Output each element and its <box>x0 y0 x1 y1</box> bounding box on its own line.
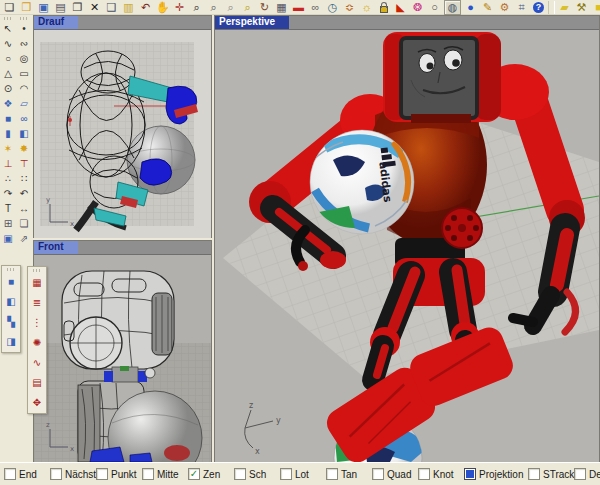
rectangle-icon[interactable]: ▭ <box>17 66 32 81</box>
spheres-boolean-icon[interactable]: ∞ <box>17 111 32 126</box>
snap-checkbox[interactable] <box>4 468 16 480</box>
select-pointer-icon[interactable]: ↖ <box>1 21 16 36</box>
snap-checkbox[interactable] <box>326 468 338 480</box>
lock-icon[interactable] <box>376 1 391 14</box>
box-icon[interactable]: ■ <box>1 111 16 126</box>
merge-box-icon[interactable]: ◨ <box>3 332 19 352</box>
group-icon[interactable]: ⊞ <box>1 216 16 231</box>
viewport-title-perspektive[interactable]: Perspektive <box>215 16 599 30</box>
snap-dea[interactable]: Dea <box>574 468 600 480</box>
snap-checkbox[interactable] <box>142 468 154 480</box>
help-icon[interactable]: ? <box>531 1 546 14</box>
extrude-icon[interactable]: ✶ <box>1 141 16 156</box>
snap-checkbox[interactable] <box>96 468 108 480</box>
snap-projektion[interactable]: Projektion <box>464 468 528 480</box>
polygon-icon[interactable]: △ <box>1 66 16 81</box>
points-small-icon[interactable]: ∷ <box>17 171 32 186</box>
delete-icon[interactable]: ✕ <box>87 1 102 14</box>
dimension-icon[interactable]: ↔ <box>17 201 32 216</box>
cplane-icon[interactable]: ⌗ <box>514 1 529 14</box>
snap-strack[interactable]: STrack <box>528 468 574 480</box>
zoom-selected-icon[interactable]: ⌕ <box>240 1 255 14</box>
boolean-difference-icon[interactable]: ◧ <box>17 126 32 141</box>
rotate-view-icon[interactable]: ↻ <box>257 1 272 14</box>
surface-plane-icon[interactable]: ▱ <box>17 96 32 111</box>
circle-diameter-icon[interactable]: ◎ <box>17 51 32 66</box>
circle-icon[interactable]: ○ <box>1 51 16 66</box>
snap-checkbox[interactable] <box>372 468 384 480</box>
array-rect-icon[interactable]: ▦ <box>29 273 45 293</box>
snap-punkt[interactable]: Punkt <box>96 468 142 480</box>
named-view-icon[interactable]: ≎ <box>342 1 357 14</box>
split-box-icon[interactable]: ◧ <box>3 292 19 312</box>
solid-box-icon[interactable]: ■ <box>3 272 19 292</box>
text-icon[interactable]: T <box>1 201 16 216</box>
zoom-window-icon[interactable]: ⌕ <box>206 1 221 14</box>
sphere-wireframe-icon[interactable]: ◍ <box>444 0 461 15</box>
snap-lot[interactable]: Lot <box>280 468 326 480</box>
pen-icon[interactable]: ✎ <box>480 1 495 14</box>
snap-knot[interactable]: Knot <box>418 468 464 480</box>
save-icon[interactable]: ▣ <box>36 1 51 14</box>
snap-checkbox[interactable] <box>574 468 586 480</box>
surface-patch-icon[interactable]: ❖ <box>1 96 16 111</box>
sphere-shaded-icon[interactable]: ● <box>463 1 478 14</box>
front-canvas[interactable]: z x <box>34 255 211 462</box>
move-icon[interactable]: ✛ <box>172 1 187 14</box>
gear-icon[interactable]: ⚙ <box>497 1 512 14</box>
duplicate-icon[interactable]: ❏ <box>17 216 32 231</box>
arc-icon[interactable]: ◠ <box>17 81 32 96</box>
paste-icon[interactable]: ▥ <box>121 1 136 14</box>
print-icon[interactable]: ▤ <box>53 1 68 14</box>
array-linear-icon[interactable]: ≣ <box>29 293 45 313</box>
snap-checkbox[interactable] <box>528 468 540 480</box>
pan-hand-icon[interactable]: ✋ <box>155 1 170 14</box>
snap-checkbox[interactable] <box>188 468 200 480</box>
snap-quad[interactable]: Quad <box>372 468 418 480</box>
curve-blend-icon[interactable]: ↷ <box>1 186 16 201</box>
snap-checkbox[interactable] <box>464 468 476 480</box>
perspektive-canvas[interactable]: adidas <box>215 30 599 462</box>
curve-control-icon[interactable]: ∾ <box>17 36 32 51</box>
snap-checkbox[interactable] <box>418 468 430 480</box>
detach-box-icon[interactable]: ▚ <box>3 312 19 332</box>
box-solid-icon[interactable]: ■ <box>591 1 600 14</box>
ellipse-icon[interactable]: ⊙ <box>1 81 16 96</box>
snap-checkbox[interactable] <box>280 468 292 480</box>
array-polar-icon[interactable]: ✺ <box>29 333 45 353</box>
array-3d-icon[interactable]: ✥ <box>29 393 45 413</box>
color-wheel-icon[interactable]: ❂ <box>410 1 425 14</box>
viewport-layout-icon[interactable]: ▦ <box>274 1 289 14</box>
glasses-icon[interactable]: ∞ <box>308 1 323 14</box>
point-icon[interactable]: • <box>17 21 32 36</box>
sphere-outline-icon[interactable]: ○ <box>427 1 442 14</box>
eraser-icon[interactable]: ▰ <box>557 1 572 14</box>
mirror-icon[interactable]: ⇗ <box>17 231 32 246</box>
copy-icon[interactable]: ❑ <box>104 1 119 14</box>
copy-view-icon[interactable]: ❐ <box>70 1 85 14</box>
snap-checkbox[interactable] <box>50 468 62 480</box>
zoom-dynamic-icon[interactable]: ⌕ <box>223 1 238 14</box>
snap-tan[interactable]: Tan <box>326 468 372 480</box>
array-curve-icon[interactable]: ∿ <box>29 353 45 373</box>
array-vertical-icon[interactable]: ⋮ <box>29 313 45 333</box>
layer-icon[interactable]: ◣ <box>393 1 408 14</box>
snap-end[interactable]: End <box>4 468 50 480</box>
array-surface-icon[interactable]: ▤ <box>29 373 45 393</box>
drauf-canvas[interactable]: y x <box>34 30 211 238</box>
new-document-icon[interactable]: ❏ <box>2 1 17 14</box>
curve-freeform-icon[interactable]: ∿ <box>1 36 16 51</box>
snap-sch[interactable]: Sch <box>234 468 280 480</box>
viewport-title-front[interactable]: Front <box>34 241 211 255</box>
zoom-icon[interactable]: ⌕ <box>189 1 204 14</box>
snap-mitte[interactable]: Mitte <box>142 468 188 480</box>
snap-naechst[interactable]: Nächst <box>50 468 96 480</box>
joint-icon[interactable]: ⊥ <box>1 156 16 171</box>
box-alt-icon[interactable]: ▣ <box>1 231 16 246</box>
viewport-title-drauf[interactable]: Drauf <box>34 16 211 30</box>
open-folder-icon[interactable]: ❒ <box>19 1 34 14</box>
car-icon[interactable]: ▬ <box>291 1 306 14</box>
curve-match-icon[interactable]: ↶ <box>17 186 32 201</box>
light-bulb-icon[interactable]: ☼ <box>359 1 374 14</box>
clock-icon[interactable]: ◷ <box>325 1 340 14</box>
